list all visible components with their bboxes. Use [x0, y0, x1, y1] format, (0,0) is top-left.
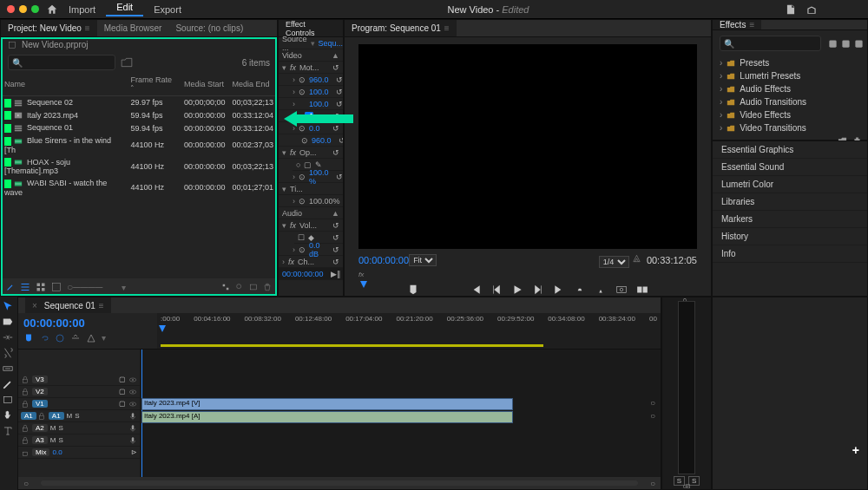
- timeline-timecode[interactable]: 00:00:00:00: [23, 317, 152, 330]
- rectangle-tool-icon[interactable]: [2, 394, 14, 406]
- video-clip[interactable]: Italy 2023.mp4 [V]: [141, 398, 513, 410]
- extract-icon[interactable]: [595, 284, 607, 296]
- project-item[interactable]: WABI SABI - watch the wave44100 Hz00:00:…: [1, 177, 277, 199]
- track-select-tool-icon[interactable]: [2, 316, 14, 328]
- close-window-icon[interactable]: [7, 5, 15, 13]
- effects-folder[interactable]: ›Audio Effects: [713, 82, 867, 95]
- panel-shortcut[interactable]: Essential Sound: [713, 159, 867, 176]
- pen-tool-icon[interactable]: [2, 378, 14, 390]
- minimize-window-icon[interactable]: [19, 5, 27, 13]
- video-track-header[interactable]: V3▢: [18, 374, 140, 386]
- trash-icon[interactable]: [263, 281, 272, 293]
- panel-shortcut[interactable]: Markers: [713, 211, 867, 228]
- rotation-value[interactable]: 0.0: [309, 124, 320, 133]
- timeline-track-area[interactable]: Italy 2023.mp4 [V] Italy 2023.mp4 [A] ○ …: [140, 350, 661, 477]
- tab-media-browser[interactable]: Media Browser: [97, 20, 169, 36]
- effctrl-timecode[interactable]: 00:00:00:00: [282, 270, 324, 278]
- position-value[interactable]: 960.0: [309, 75, 329, 84]
- settings-icon[interactable]: [632, 252, 641, 265]
- zoom-in-icon[interactable]: ○: [650, 479, 655, 488]
- project-item[interactable]: Sequence 0159.94 fps00:00:00:0000:33:12:…: [1, 121, 277, 134]
- audio-clip[interactable]: Italy 2023.mp4 [A]: [141, 411, 513, 423]
- export-frame-icon[interactable]: [615, 284, 628, 296]
- panel-shortcut[interactable]: History: [713, 228, 867, 245]
- sync-lock-a-icon[interactable]: ○: [650, 411, 655, 421]
- timeline-ruler[interactable]: :00:0000:04:16:0000:08:32:0000:12:48:000…: [157, 313, 661, 349]
- add-marker-icon[interactable]: [407, 284, 419, 296]
- effects-folder[interactable]: ›Presets: [713, 56, 867, 69]
- insert-overwrite-icon[interactable]: [70, 333, 81, 343]
- panel-shortcut[interactable]: Libraries: [713, 193, 867, 211]
- effects-folder[interactable]: ›Lumetri Presets: [713, 69, 867, 82]
- quick-export-icon[interactable]: [785, 3, 797, 16]
- uniform-scale-checkbox[interactable]: [301, 109, 316, 123]
- motion-effect[interactable]: Mot...: [299, 63, 319, 72]
- fit-dropdown[interactable]: Fit: [409, 254, 437, 266]
- zoom-out-icon[interactable]: ○: [23, 479, 29, 488]
- opacity-effect[interactable]: Op...: [299, 148, 317, 157]
- audio-track-header[interactable]: A1A1MS: [18, 410, 140, 422]
- button-editor-icon[interactable]: +: [852, 443, 859, 457]
- volume-effect[interactable]: Vol...: [299, 221, 317, 230]
- video-track-header[interactable]: V2▢: [18, 386, 140, 398]
- effects-folder[interactable]: ›Video Effects: [713, 108, 867, 121]
- mark-in-icon[interactable]: [428, 284, 440, 296]
- audio-track-header[interactable]: A3MS: [18, 434, 140, 447]
- zoom-slider[interactable]: ○────: [67, 281, 102, 293]
- fx-32-icon[interactable]: [841, 39, 851, 49]
- program-monitor-view[interactable]: [358, 44, 697, 249]
- hand-tool-icon[interactable]: [2, 409, 14, 421]
- scalew-value[interactable]: 100.0: [309, 100, 329, 108]
- program-tc-left[interactable]: 00:00:00:00: [358, 255, 409, 265]
- workspaces-icon[interactable]: [826, 3, 838, 16]
- col-name[interactable]: Name: [1, 73, 127, 96]
- tab-edit[interactable]: Edit: [106, 2, 143, 16]
- step-forward-icon[interactable]: [532, 284, 544, 296]
- timeline-scrollbar[interactable]: [41, 480, 638, 486]
- project-item[interactable]: Blue Sirens - in the wind [Th44100 Hz00:…: [1, 134, 277, 156]
- new-bin-icon[interactable]: [121, 56, 133, 69]
- marker-tool-icon[interactable]: [55, 333, 65, 343]
- project-item[interactable]: HOAX - soju [Thematic].mp344100 Hz00:00:…: [1, 156, 277, 178]
- zoom-window-icon[interactable]: [31, 5, 39, 13]
- speed-value[interactable]: 100.00%: [309, 197, 340, 206]
- tab-project[interactable]: Project: New Video ≡: [1, 20, 97, 36]
- settings-tl-icon[interactable]: [86, 333, 96, 343]
- effects-folder[interactable]: ›Audio Transitions: [713, 95, 867, 108]
- panel-shortcut[interactable]: Essential Graphics: [713, 141, 867, 159]
- time-remap[interactable]: Ti...: [290, 185, 303, 193]
- ripple-tool-icon[interactable]: [2, 331, 14, 343]
- freeform-view-icon[interactable]: [51, 281, 62, 293]
- new-item-icon[interactable]: [249, 281, 258, 293]
- audio-track-header[interactable]: Mix0.0⊳: [18, 447, 140, 459]
- go-to-out-icon[interactable]: [553, 284, 565, 296]
- linked-selection-icon[interactable]: [39, 333, 49, 343]
- step-back-icon[interactable]: [490, 284, 503, 296]
- tab-export[interactable]: Export: [143, 4, 192, 15]
- slip-tool-icon[interactable]: [2, 363, 14, 375]
- list-view-icon[interactable]: [20, 281, 30, 293]
- home-icon[interactable]: [46, 3, 58, 16]
- maximize-icon[interactable]: [847, 3, 859, 16]
- effects-search-input[interactable]: 🔍: [720, 36, 821, 51]
- icon-view-icon[interactable]: [36, 281, 46, 293]
- tab-sequence[interactable]: ×Sequence 01 ≡: [25, 297, 111, 313]
- project-bin[interactable]: Name Frame Rate ˄ Media Start Media End …: [1, 73, 277, 278]
- share-icon[interactable]: [806, 3, 818, 16]
- go-to-in-icon[interactable]: [470, 284, 482, 296]
- mark-out-icon[interactable]: [449, 284, 461, 296]
- audio-track-header[interactable]: A2MS: [18, 422, 140, 434]
- panel-shortcut[interactable]: Info: [713, 245, 867, 263]
- project-search-input[interactable]: 🔍: [8, 55, 115, 70]
- tab-effects[interactable]: Effects ≡: [713, 20, 761, 29]
- sort-icon[interactable]: [108, 281, 116, 293]
- snap-icon[interactable]: [23, 333, 34, 343]
- col-fps[interactable]: Frame Rate ˄: [127, 73, 180, 96]
- bypass-checkbox[interactable]: ☐: [298, 233, 305, 242]
- find-icon[interactable]: [235, 281, 244, 293]
- razor-tool-icon[interactable]: [2, 347, 14, 359]
- scale-value[interactable]: 100.0: [309, 88, 329, 96]
- comparison-icon[interactable]: [636, 284, 648, 296]
- panel-shortcut[interactable]: Lumetri Color: [713, 176, 867, 193]
- project-item[interactable]: Italy 2023.mp459.94 fps00:00:00:0000:33:…: [1, 109, 277, 122]
